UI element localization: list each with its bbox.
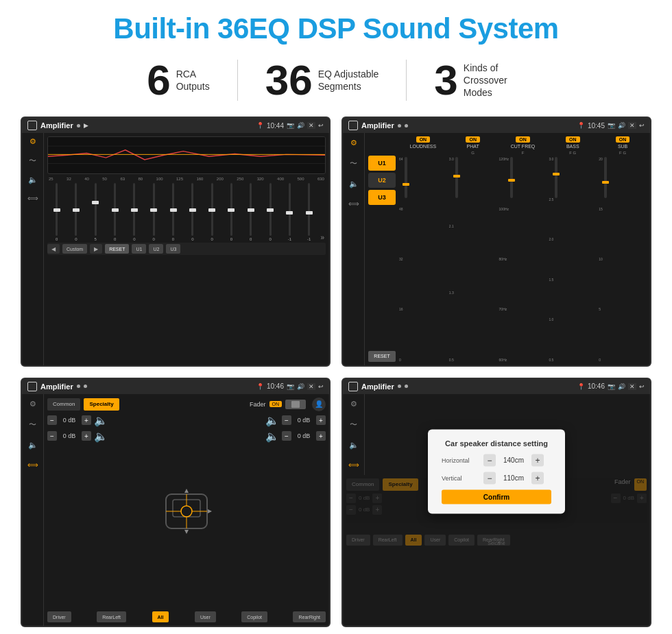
eq-slider-6: 0 [146,183,162,241]
fader-sidebar-eq-icon[interactable]: ⚙ [29,400,36,409]
driver-btn[interactable]: Driver [47,611,71,622]
eq-expand-icon[interactable]: » [320,234,324,241]
left-rear-row: − 0 dB + 🔈 [47,430,150,443]
freq-400: 400 [277,177,284,181]
rf-plus[interactable]: + [316,415,326,425]
eq-left-sidebar: ⚙ 〜 🔈 ⟺ [22,133,44,365]
eq-prev-btn[interactable]: ◀ [47,244,60,254]
freq-25: 25 [49,177,53,181]
horizontal-plus-btn[interactable]: + [531,454,544,466]
horizontal-minus-btn[interactable]: − [483,454,496,466]
lf-minus[interactable]: − [47,415,57,425]
crossover-home-icon[interactable] [348,121,358,130]
eq-custom-btn[interactable]: Custom [62,244,87,254]
stat-number-crossover: 3 [434,59,457,101]
distance-home-icon[interactable] [348,382,358,391]
sub-slider[interactable] [604,157,607,198]
fader-status-bar-left: Amplifier [27,382,252,391]
eq-track-6[interactable] [153,183,155,236]
stat-crossover: 3 Kinds ofCrossover Modes [407,59,552,101]
eq-main: 25 32 40 50 63 80 100 125 160 200 250 32… [44,133,329,365]
loudness-scale-16: 16 [399,307,403,311]
eq-sidebar-icon-eq[interactable]: ⚙ [29,137,36,146]
specialty-tab-btn[interactable]: Specialty [84,398,119,411]
confirm-button[interactable]: Confirm [442,489,551,504]
left-front-row: − 0 dB + 🔈 [47,414,150,427]
fader-sidebar-speaker-icon[interactable]: 🔈 [28,441,38,450]
eq-u2-btn[interactable]: U2 [149,244,163,254]
lf-plus[interactable]: + [82,415,91,425]
all-btn[interactable]: All [152,611,169,622]
vertical-plus-btn[interactable]: + [531,472,544,484]
eq-track-14[interactable] [308,183,310,236]
dist-lf-val: 0 dB [359,495,370,501]
dist-lr-minus: − [346,505,356,515]
u3-btn[interactable]: U3 [368,190,396,205]
u-buttons-column: U1 U2 U3 RESET [368,136,396,362]
eq-next-btn[interactable]: ▶ [90,244,102,254]
eq-sidebar-icon-wave[interactable]: 〜 [29,156,36,166]
eq-track-2[interactable] [75,183,77,236]
fader-settings-icon[interactable]: 👤 [312,398,326,411]
eq-sidebar-icon-speaker[interactable]: 🔈 [28,175,38,184]
eq-val-9: 0 [211,237,213,241]
crossover-wave-icon[interactable]: 〜 [350,158,357,169]
rr-minus[interactable]: − [282,431,291,441]
cutfreq-slider[interactable] [510,157,513,198]
eq-track-13[interactable] [289,183,291,236]
crossover-arrows-icon[interactable]: ⟺ [348,199,359,208]
crossover-reset-btn[interactable]: RESET [368,351,396,362]
sub-scale-5: 5 [599,307,603,311]
common-tab-btn[interactable]: Common [47,398,80,411]
rr-plus[interactable]: + [316,431,326,441]
eq-u1-btn[interactable]: U1 [132,244,146,254]
rf-minus[interactable]: − [282,415,291,425]
eq-val-4: 0 [114,237,116,241]
eq-track-11[interactable] [250,183,252,236]
crossover-speaker-icon[interactable]: 🔈 [349,180,359,188]
fader-home-icon[interactable] [27,382,37,391]
eq-reset-btn[interactable]: RESET [105,244,129,254]
dist-lf-minus: − [346,493,356,503]
eq-track-3[interactable] [95,183,97,236]
eq-track-8[interactable] [191,183,193,236]
eq-sidebar-icon-arrows[interactable]: ⟺ [27,194,38,203]
eq-slider-2: 0 [68,183,84,241]
copilot-btn[interactable]: Copilot [241,611,267,622]
lr-minus[interactable]: − [47,431,57,441]
right-front-row: 🔈 − 0 dB + [265,414,326,427]
section-loudness: ON LOUDNESS [399,136,447,149]
eq-track-5[interactable] [133,183,135,236]
stat-rca: 6 RCAOutputs [119,59,237,101]
loudness-slider[interactable] [405,157,407,198]
u2-btn[interactable]: U2 [368,173,396,188]
eq-track-9[interactable] [211,183,213,236]
fader-main: Common Specialty Fader ON 👤 [44,394,329,626]
eq-track-7[interactable] [172,183,174,236]
eq-u3-btn[interactable]: U3 [166,244,180,254]
rear-right-btn[interactable]: RearRight [293,611,326,622]
eq-track-10[interactable] [230,183,232,236]
lr-plus[interactable]: + [82,431,91,441]
eq-val-2: 0 [75,237,77,241]
u1-btn[interactable]: U1 [368,156,396,171]
eq-track-4[interactable] [114,183,116,236]
bass-slider[interactable] [555,157,557,198]
user-btn[interactable]: User [195,611,216,622]
crossover-eq-icon[interactable]: ⚙ [350,138,357,147]
eq-track-12[interactable] [269,183,272,236]
vertical-minus-btn[interactable]: − [483,472,496,484]
phat-slider[interactable] [455,157,458,198]
eq-play-icon: ▶ [84,122,88,129]
fader-sidebar-wave-icon[interactable]: 〜 [29,419,36,430]
eq-slider-7: 0 [165,183,181,241]
home-icon[interactable] [27,121,37,130]
rear-left-btn[interactable]: RearLeft [97,611,126,622]
fader-sidebar-arrows-icon[interactable]: ⟺ [27,461,38,470]
distance-sidebar-eq: ⚙ [350,400,357,409]
eq-track-1[interactable] [56,183,58,236]
vertical-row: Vertical − 110cm + [442,472,551,484]
fader-status-dot2 [84,385,87,388]
crossover-content-area: U1 U2 U3 RESET ON LOUDNESS [365,133,650,365]
fader-slider-control[interactable] [285,400,306,409]
